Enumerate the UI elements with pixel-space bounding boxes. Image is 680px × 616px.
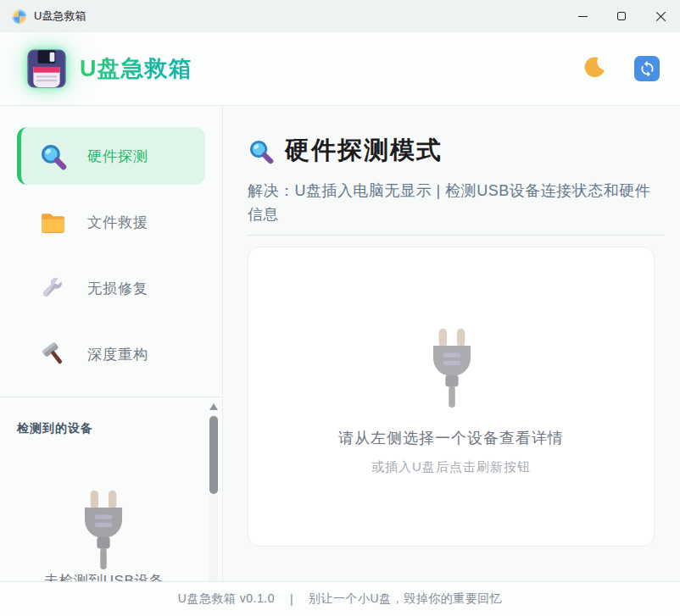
device-list-scrollbar[interactable] [208,398,220,581]
app-window: U盘急救箱 U盘急救箱 [0,0,680,616]
app-header: U盘急救箱 [0,32,680,106]
mode-title: 硬件探测模式 [285,134,443,168]
sidebar-item-label: 硬件探测 [87,147,148,166]
window-title: U盘急救箱 [34,8,86,24]
footer-separator: | [290,592,293,606]
maximize-icon [617,12,626,20]
magnifier-icon [39,142,67,170]
app-logo-icon [12,9,26,24]
magnifier-icon [248,138,274,164]
device-list-panel: 检测到的设备 未检测到USB设备 [0,397,222,581]
minimize-button[interactable] [563,0,602,32]
theme-toggle-button[interactable] [580,55,607,82]
sidebar-item-lossless-repair[interactable]: 无损修复 [17,259,205,317]
app-name: U盘急救箱 [80,53,192,84]
placeholder-primary-text: 请从左侧选择一个设备查看详情 [248,428,654,448]
sidebar-item-label: 无损修复 [87,279,148,298]
scrollbar-up-arrow[interactable] [209,403,218,410]
sidebar-item-hardware-detect[interactable]: 硬件探测 [17,127,205,185]
scrollbar-thumb[interactable] [209,416,218,494]
close-button[interactable] [641,0,680,32]
sidebar: 硬件探测 文件救援 [0,106,223,581]
sidebar-item-label: 深度重构 [87,345,148,364]
wrench-icon [39,275,67,302]
hammer-icon [39,341,67,369]
maximize-button[interactable] [602,0,641,32]
window-titlebar[interactable]: U盘急救箱 [0,0,680,32]
footer-slogan: 别让一个小U盘，毁掉你的重要回忆 [309,591,502,607]
sidebar-nav: 硬件探测 文件救援 [0,106,222,383]
scrollbar-track[interactable] [209,414,218,581]
refresh-button[interactable] [634,56,660,81]
moon-icon [582,55,606,82]
folder-icon [39,208,67,236]
mode-description: 解决：U盘插入电脑无显示 | 检测USB设备连接状态和硬件信息 [248,179,665,226]
window-controls [563,0,680,32]
plug-icon [75,489,132,573]
floppy-disk-icon [25,47,68,90]
sidebar-item-label: 文件救援 [87,213,148,232]
close-icon [655,11,666,21]
footer-version: U盘急救箱 v0.1.0 [178,591,275,607]
status-footer: U盘急救箱 v0.1.0 | 别让一个小U盘，毁掉你的重要回忆 [0,581,680,616]
main-content: 硬件探测模式 解决：U盘插入电脑无显示 | 检测USB设备连接状态和硬件信息 请… [223,106,680,581]
device-list-title: 检测到的设备 [0,397,222,436]
device-detail-placeholder-card: 请从左侧选择一个设备查看详情 或插入U盘后点击刷新按钮 [248,247,655,547]
device-empty-text: 未检测到USB设备 [0,571,208,581]
sidebar-item-file-rescue[interactable]: 文件救援 [17,193,205,251]
main-divider [248,235,664,236]
refresh-icon [638,58,656,79]
minimize-icon [578,16,588,17]
plug-icon [423,327,481,411]
sidebar-item-deep-rebuild[interactable]: 深度重构 [17,325,205,383]
placeholder-secondary-text: 或插入U盘后点击刷新按钮 [248,459,654,475]
